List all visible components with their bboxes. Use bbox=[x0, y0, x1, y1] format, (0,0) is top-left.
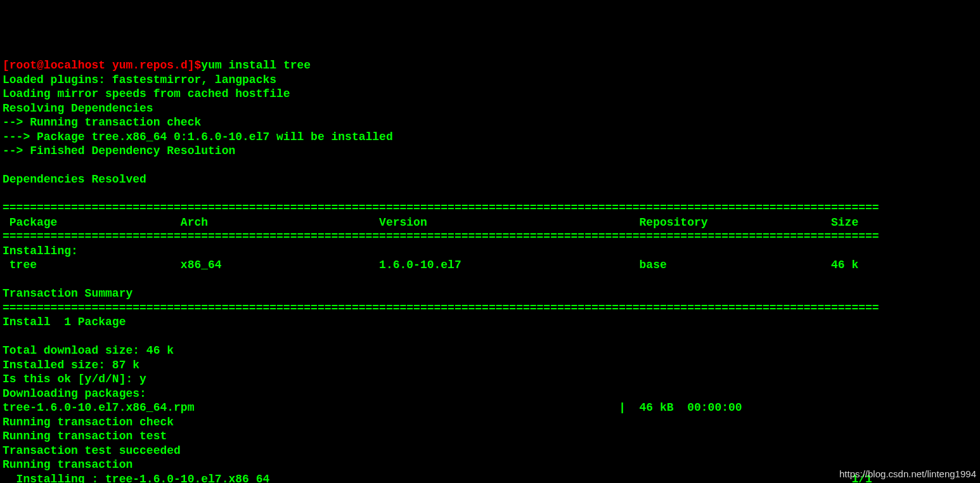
section-header: Installing: bbox=[3, 245, 78, 257]
output-line: Installed size: 87 k bbox=[3, 359, 139, 371]
output-line: --> Finished Dependency Resolution bbox=[3, 145, 235, 157]
output-line: ---> Package tree.x86_64 0:1.6.0-10.el7 … bbox=[3, 131, 393, 143]
prompt-at: @ bbox=[37, 59, 44, 72]
table-rule: ========================================… bbox=[3, 302, 879, 314]
watermark-text: https://blog.csdn.net/linteng1994 bbox=[839, 468, 976, 480]
confirm-prompt: Is this ok [y/d/N]: y bbox=[3, 373, 146, 385]
prompt-close: ] bbox=[188, 59, 195, 72]
output-line: --> Running transaction check bbox=[3, 116, 201, 129]
prompt-user: root bbox=[10, 59, 37, 72]
table-row: tree x86_64 1.6.0-10.el7 base 46 k bbox=[3, 259, 858, 271]
output-line: Running transaction test bbox=[3, 430, 167, 442]
output-line: Running transaction bbox=[3, 458, 132, 471]
prompt-open: [ bbox=[3, 59, 10, 72]
output-line: Downloading packages: bbox=[3, 387, 146, 400]
output-line: Loaded plugins: fastestmirror, langpacks bbox=[3, 74, 276, 86]
output-line: Transaction test succeeded bbox=[3, 444, 181, 457]
table-rule: ========================================… bbox=[3, 230, 879, 243]
table-rule: ========================================… bbox=[3, 202, 879, 214]
output-line: Total download size: 46 k bbox=[3, 344, 174, 357]
output-line: Loading mirror speeds from cached hostfi… bbox=[3, 87, 290, 100]
table-header: Package Arch Version Repository Size bbox=[3, 216, 858, 229]
prompt-space bbox=[105, 59, 112, 72]
progress-line: Installing : tree-1.6.0-10.el7.x86_64 1/… bbox=[3, 473, 872, 484]
output-line: Dependencies Resolved bbox=[3, 173, 146, 186]
command-text: yum install tree bbox=[201, 59, 311, 72]
section-header: Transaction Summary bbox=[3, 287, 132, 300]
prompt-host: localhost bbox=[44, 59, 105, 72]
output-line: Running transaction check bbox=[3, 416, 174, 428]
terminal-output[interactable]: [root@localhost yum.repos.d]$yum install… bbox=[3, 58, 977, 483]
output-line: Resolving Dependencies bbox=[3, 102, 153, 115]
prompt-path: yum.repos.d bbox=[112, 59, 188, 72]
download-line: tree-1.6.0-10.el7.x86_64.rpm | 46 kB 00:… bbox=[3, 401, 742, 414]
output-line: Install 1 Package bbox=[3, 316, 126, 328]
prompt-dollar: $ bbox=[195, 59, 202, 72]
